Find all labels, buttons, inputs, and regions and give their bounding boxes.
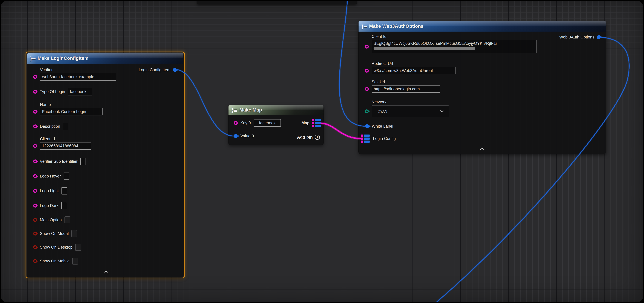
description-input[interactable] — [63, 123, 68, 130]
wire-map-to-loginconfig-glow — [322, 123, 360, 138]
make-struct-icon: }▬ — [362, 24, 367, 29]
input-pin-login-config[interactable] — [361, 134, 370, 143]
verifier-input[interactable]: web3auth-facebook-example — [40, 73, 116, 80]
network-dropdown[interactable]: CYAN — [372, 105, 449, 118]
output-pin-label-map: Map — [302, 121, 310, 125]
show-on-desktop-checkbox[interactable] — [75, 244, 81, 251]
output-pin-map[interactable] — [312, 119, 321, 127]
input-pin-show-on-modal[interactable] — [33, 232, 37, 236]
blueprint-graph-canvas[interactable]: }▬ Make LoginConfigItem Login Config Ite… — [1, 1, 643, 302]
main-option-checkbox[interactable] — [64, 216, 70, 223]
input-pin-description[interactable] — [33, 124, 37, 128]
pin-row-logo-light: Logo Light — [33, 187, 67, 195]
pin-row-sdk-url: Sdk Url https://sdk.openlogin.com — [365, 80, 440, 93]
input-pin-logo-hover[interactable] — [33, 174, 37, 178]
node-header-make-web3authoptions[interactable]: }▬ Make Web3AuthOptions — [358, 21, 606, 32]
input-pin-name[interactable] — [33, 110, 37, 114]
input-pin-show-on-mobile[interactable] — [33, 259, 37, 263]
pin-row-client-id: Client Id 1222658941886084 — [33, 136, 92, 150]
pin-row-white-label: White Label — [365, 122, 393, 130]
node-make-map[interactable]: }≣ Make Map Key 0 facebook Map Value 0 A… — [228, 105, 324, 144]
pin-label-main-option: Main Option — [40, 218, 62, 222]
add-pin-label: Add pin — [297, 135, 313, 140]
pin-row-show-on-desktop: Show On Desktop — [33, 244, 81, 251]
input-pin-main-option[interactable] — [33, 218, 37, 222]
pin-label-logo-hover: Logo Hover — [40, 174, 61, 178]
pin-label-show-on-mobile: Show On Mobile — [40, 259, 70, 264]
pin-row-client-id: Client Id BEglQSgt4cUWcj6SKRdu5QkOXTsePm… — [365, 34, 537, 53]
pin-label-description: Description — [40, 124, 60, 129]
pin-row-description: Description — [33, 123, 68, 130]
pin-label-verifier: Verifier — [40, 68, 116, 72]
output-row-map: Map — [302, 119, 321, 127]
input-pin-redirect-url[interactable] — [365, 69, 369, 72]
redirect-url-input[interactable]: w3a://com.w3a.Web3AuthUnreal — [372, 67, 456, 74]
selection-border: }▬ Make LoginConfigItem Login Config Ite… — [26, 52, 185, 278]
input-pin-logo-light[interactable] — [33, 189, 37, 193]
sdk-url-input[interactable]: https://sdk.openlogin.com — [372, 85, 440, 93]
input-pin-logo-dark[interactable] — [33, 204, 37, 208]
output-pin-label: Web 3Auth Options — [559, 35, 594, 40]
make-struct-icon: }▬ — [30, 56, 35, 61]
client-id-input[interactable]: 1222658941886084 — [40, 142, 92, 150]
show-on-mobile-checkbox[interactable] — [72, 258, 78, 264]
input-pin-client-id[interactable] — [365, 45, 369, 48]
input-pin-verifier[interactable] — [33, 75, 37, 79]
name-input[interactable]: Facebook Custom Login — [40, 108, 102, 116]
node-header-make-loginconfigitem[interactable]: }▬ Make LoginConfigItem — [27, 53, 184, 64]
input-pin-key0[interactable] — [234, 121, 238, 125]
show-on-modal-checkbox[interactable] — [72, 230, 77, 237]
node-make-web3authoptions[interactable]: }▬ Make Web3AuthOptions Web 3Auth Option… — [358, 21, 606, 154]
graph-world: }▬ Make LoginConfigItem Login Config Ite… — [1, 1, 643, 302]
input-pin-show-on-desktop[interactable] — [33, 245, 37, 249]
pin-row-verifier: Verifier web3auth-facebook-example — [33, 68, 116, 80]
node-title: Make Map — [239, 107, 262, 113]
input-pin-value0[interactable] — [234, 134, 238, 138]
pin-label-show-on-modal: Show On Modal — [40, 231, 69, 236]
pin-row-name: Name Facebook Custom Login — [33, 102, 102, 116]
node-header-make-map[interactable]: }≣ Make Map — [228, 105, 324, 115]
logo-dark-input[interactable] — [61, 202, 67, 209]
input-pin-client-id[interactable] — [33, 144, 37, 148]
offscreen-node-bottom-edge[interactable] — [197, 1, 356, 4]
pin-row-show-on-modal: Show On Modal — [33, 230, 77, 237]
pin-label-redirect-url: Redirect Url — [372, 61, 456, 66]
input-pin-sdk-url[interactable] — [365, 87, 369, 91]
key0-input[interactable]: facebook — [254, 119, 281, 127]
node-title: Make LoginConfigItem — [38, 56, 88, 61]
logo-hover-input[interactable] — [64, 172, 69, 180]
pin-row-logo-dark: Logo Dark — [33, 202, 67, 209]
pin-label-type-of-login: Type Of Login — [40, 90, 65, 94]
output-pin-label: Login Config Item — [138, 68, 170, 72]
pin-label-logo-dark: Logo Dark — [40, 203, 59, 208]
collapse-chevron-icon[interactable] — [104, 270, 108, 273]
input-pin-verifier-sub-identifier[interactable] — [33, 160, 37, 163]
pin-label-sdk-url: Sdk Url — [372, 80, 440, 84]
pin-row-value0: Value 0 — [234, 132, 254, 140]
pin-row-verifier-sub-identifier: Verifier Sub Identifier — [33, 158, 86, 165]
type-of-login-input[interactable]: facebook — [68, 88, 92, 96]
pin-row-main-option: Main Option — [33, 216, 70, 224]
output-row-login-config-item: Login Config Item — [138, 66, 177, 74]
add-pin-button[interactable]: Add pin — [297, 135, 320, 140]
node-make-loginconfigitem[interactable]: }▬ Make LoginConfigItem Login Config Ite… — [27, 53, 184, 277]
input-pin-white-label[interactable] — [365, 124, 369, 128]
client-id-input[interactable]: BEglQSgt4cUWcj6SKRdu5QkOXTsePmMcusG5EAoy… — [372, 40, 537, 53]
pin-row-key0: Key 0 facebook — [234, 119, 281, 127]
pin-row-show-on-mobile: Show On Mobile — [33, 257, 78, 265]
client-id-scrollbar[interactable] — [374, 47, 475, 50]
output-pin-web3auth-options[interactable] — [597, 35, 601, 39]
pin-label-name: Name — [40, 102, 102, 107]
input-pin-network[interactable] — [365, 110, 369, 113]
logo-light-input[interactable] — [62, 187, 67, 194]
verifier-sub-identifier-input[interactable] — [80, 158, 86, 165]
pin-label-network: Network — [372, 100, 449, 104]
add-pin-icon — [315, 135, 320, 140]
pin-label-show-on-desktop: Show On Desktop — [40, 245, 72, 250]
pin-label-client-id: Client Id — [372, 34, 537, 39]
pin-label-verifier-sub-identifier: Verifier Sub Identifier — [40, 159, 78, 164]
output-pin-login-config-item[interactable] — [173, 68, 177, 72]
collapse-chevron-icon[interactable] — [480, 148, 485, 150]
input-pin-type-of-login[interactable] — [33, 90, 37, 94]
pin-row-login-config: Login Config — [361, 135, 396, 142]
